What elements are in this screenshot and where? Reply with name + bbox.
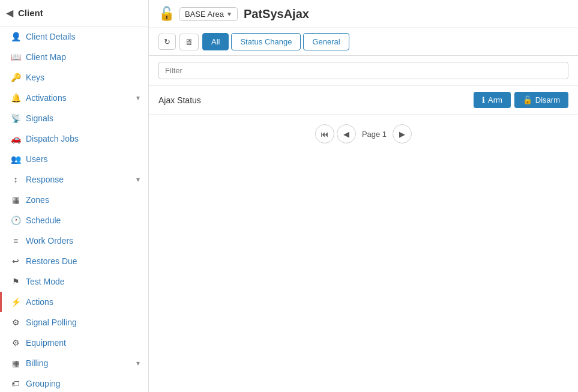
action-label: Ajax Status <box>158 95 474 105</box>
sidebar-label-signal-polling: Signal Polling <box>26 318 140 327</box>
tab-general[interactable]: General <box>303 33 349 50</box>
sidebar-item-equipment[interactable]: ⚙Equipment <box>0 333 148 353</box>
area-caret: ▼ <box>226 11 232 17</box>
sidebar-arrow-response: ▾ <box>136 175 140 184</box>
refresh-button[interactable]: ↻ <box>158 34 176 50</box>
sidebar-item-signals[interactable]: 📡Signals <box>0 108 148 128</box>
test-mode-icon: ⚑ <box>10 277 21 286</box>
filter-bar <box>149 56 578 86</box>
sidebar-item-client-details[interactable]: 👤Client Details <box>0 26 148 47</box>
sidebar-label-users: Users <box>26 154 140 164</box>
sidebar-label-client-map: Client Map <box>26 52 140 62</box>
keys-icon: 🔑 <box>10 73 21 82</box>
sidebar-label-billing: Billing <box>26 358 136 368</box>
sidebar-header: ◀ Client <box>0 0 148 26</box>
page-label: Page 1 <box>358 130 390 139</box>
sidebar-item-work-orders[interactable]: ≡Work Orders <box>0 231 148 251</box>
sidebar-item-test-mode[interactable]: ⚑Test Mode <box>0 271 148 292</box>
prev-page-button[interactable]: ◀ <box>337 124 356 143</box>
activations-icon: 🔔 <box>10 93 21 103</box>
page-title: PatSysAjax <box>244 7 309 21</box>
sidebar-label-actions: Actions <box>26 297 140 307</box>
action-list: Ajax StatusℹArm🔓Disarm <box>149 86 578 115</box>
work-orders-icon: ≡ <box>10 236 21 246</box>
action-row: Ajax StatusℹArm🔓Disarm <box>149 86 578 115</box>
restores-due-icon: ↩ <box>10 256 21 266</box>
sidebar-label-activations: Activations <box>26 93 136 103</box>
actions-icon: ⚡ <box>10 297 21 307</box>
main-content: 🔓 BASE Area ▼ PatSysAjax ↻ 🖥 AllStatus C… <box>149 0 578 392</box>
sidebar-label-work-orders: Work Orders <box>26 236 140 246</box>
zones-icon: ▦ <box>10 195 21 205</box>
sidebar-item-actions[interactable]: ⚡Actions <box>0 292 148 312</box>
signals-icon: 📡 <box>10 113 21 123</box>
tab-bar: ↻ 🖥 AllStatus ChangeGeneral <box>149 28 578 56</box>
pagination: ⏮ ◀ Page 1 ▶ <box>149 115 578 153</box>
sidebar-arrow-billing: ▾ <box>136 359 140 367</box>
sidebar-item-activations[interactable]: 🔔Activations▾ <box>0 88 148 108</box>
arm-icon: ℹ <box>482 95 485 104</box>
sidebar-item-client-map[interactable]: 📖Client Map <box>0 47 148 67</box>
users-icon: 👥 <box>10 154 21 164</box>
sidebar-item-keys[interactable]: 🔑Keys <box>0 67 148 88</box>
monitor-button[interactable]: 🖥 <box>179 34 199 50</box>
sidebar-label-keys: Keys <box>26 73 140 82</box>
sidebar-label-response: Response <box>26 175 136 184</box>
client-details-icon: 👤 <box>10 32 21 41</box>
tab-buttons: AllStatus ChangeGeneral <box>202 33 349 50</box>
client-map-icon: 📖 <box>10 52 21 62</box>
sidebar: ◀ Client 👤Client Details📖Client Map🔑Keys… <box>0 0 149 392</box>
tab-status-change[interactable]: Status Change <box>231 33 301 50</box>
lock-icon: 🔓 <box>158 6 175 22</box>
main-header: 🔓 BASE Area ▼ PatSysAjax <box>149 0 578 28</box>
area-selector[interactable]: BASE Area ▼ <box>179 7 238 21</box>
sidebar-nav: 👤Client Details📖Client Map🔑Keys🔔Activati… <box>0 26 148 392</box>
next-page-button[interactable]: ▶ <box>393 124 412 143</box>
sidebar-label-dispatch-jobs: Dispatch Jobs <box>26 134 140 143</box>
sidebar-label-schedule: Schedule <box>26 216 140 225</box>
sidebar-label-grouping: Grouping <box>26 379 140 388</box>
sidebar-item-signal-polling[interactable]: ⚙Signal Polling <box>0 312 148 333</box>
sidebar-arrow-activations: ▾ <box>136 94 140 102</box>
sidebar-item-restores-due[interactable]: ↩Restores Due <box>0 251 148 271</box>
back-button[interactable]: ◀ <box>6 7 13 19</box>
arm-button[interactable]: ℹArm <box>474 92 511 108</box>
area-label: BASE Area <box>185 10 224 19</box>
billing-icon: ▦ <box>10 358 21 368</box>
sidebar-item-zones[interactable]: ▦Zones <box>0 190 148 210</box>
sidebar-title: Client <box>18 8 43 18</box>
first-page-button[interactable]: ⏮ <box>315 124 334 143</box>
sidebar-item-grouping[interactable]: 🏷Grouping <box>0 373 148 392</box>
grouping-icon: 🏷 <box>10 379 21 388</box>
content-area: Ajax StatusℹArm🔓Disarm ⏮ ◀ Page 1 ▶ <box>149 86 578 392</box>
sidebar-item-schedule[interactable]: 🕐Schedule <box>0 210 148 231</box>
filter-input[interactable] <box>158 62 568 79</box>
equipment-icon: ⚙ <box>10 338 21 348</box>
signal-polling-icon: ⚙ <box>10 318 21 327</box>
disarm-button[interactable]: 🔓Disarm <box>514 92 568 108</box>
disarm-icon: 🔓 <box>523 95 532 104</box>
sidebar-item-billing[interactable]: ▦Billing▾ <box>0 353 148 373</box>
sidebar-item-dispatch-jobs[interactable]: 🚗Dispatch Jobs <box>0 128 148 149</box>
sidebar-item-users[interactable]: 👥Users <box>0 149 148 169</box>
sidebar-label-equipment: Equipment <box>26 338 140 348</box>
dispatch-jobs-icon: 🚗 <box>10 134 21 143</box>
tab-all[interactable]: All <box>202 33 229 50</box>
schedule-icon: 🕐 <box>10 216 21 225</box>
response-icon: ↕ <box>10 175 21 184</box>
sidebar-label-test-mode: Test Mode <box>26 277 140 286</box>
sidebar-label-zones: Zones <box>26 195 140 205</box>
sidebar-label-restores-due: Restores Due <box>26 256 140 266</box>
sidebar-label-client-details: Client Details <box>26 32 140 41</box>
sidebar-label-signals: Signals <box>26 113 140 123</box>
sidebar-item-response[interactable]: ↕Response▾ <box>0 169 148 190</box>
